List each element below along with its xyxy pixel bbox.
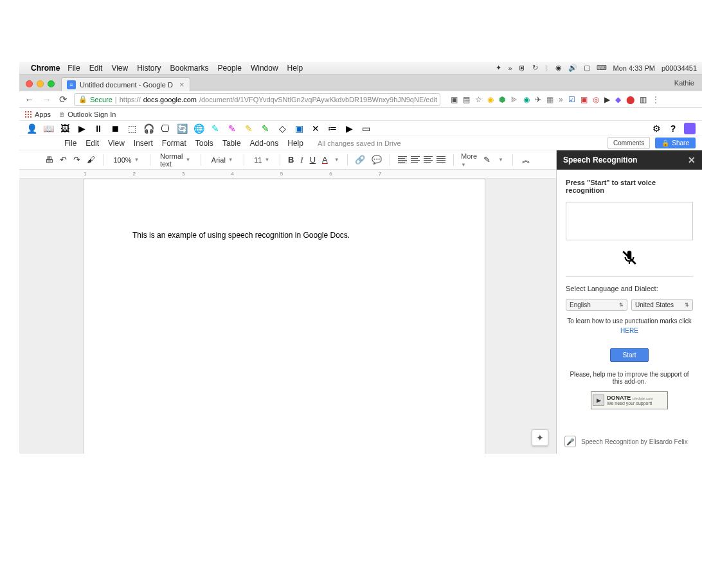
clock[interactable]: Mon 4:33 PM [613, 64, 655, 72]
rw-book-icon[interactable]: 📖 [42, 123, 54, 134]
rw-highlight-green-icon[interactable]: ✎ [260, 123, 271, 134]
fontsize-select[interactable]: 11▼ [251, 155, 272, 165]
align-left-icon[interactable] [398, 156, 407, 164]
comment-icon[interactable]: 💬 [372, 155, 382, 165]
user-id[interactable]: p00034451 [662, 64, 697, 72]
docs-menu-view[interactable]: View [108, 139, 125, 148]
star-icon[interactable]: ☆ [475, 95, 482, 104]
sync-icon[interactable]: ↻ [532, 64, 538, 72]
back-button[interactable]: ← [23, 94, 35, 105]
rw-headphones-icon[interactable]: 🎧 [143, 123, 154, 134]
comments-button[interactable]: Comments [608, 137, 650, 149]
forward-button[interactable]: → [40, 94, 53, 105]
rw-dotted-select-icon[interactable]: ⬚ [126, 123, 138, 134]
help-icon[interactable]: ? [667, 123, 679, 134]
docs-menu-edit[interactable]: Edit [86, 139, 99, 148]
ext-icon[interactable]: ▣ [580, 95, 588, 104]
rw-highlight-magenta-icon[interactable]: ✎ [226, 123, 238, 134]
ext-icon[interactable]: ▶ [604, 95, 610, 104]
gear-icon[interactable]: ⚙ [651, 123, 662, 134]
align-center-icon[interactable] [411, 156, 420, 164]
rw-stop-icon[interactable]: ⏹ [109, 123, 121, 134]
document-body-text[interactable]: This is an example of using speech recog… [132, 231, 437, 240]
editing-mode-icon[interactable]: ✎ [483, 155, 491, 165]
menu-help[interactable]: Help [287, 64, 303, 73]
here-link[interactable]: HERE [566, 327, 693, 334]
rw-shuffle-icon[interactable]: ✕ [310, 123, 321, 134]
rw-refresh-icon[interactable]: 🔄 [176, 123, 188, 134]
ext-icon[interactable]: ▥ [640, 95, 647, 104]
link-icon[interactable]: 🔗 [355, 155, 365, 165]
collapse-icon[interactable]: ︽ [522, 154, 530, 166]
donate-button[interactable]: ▶ DONATE pledgie.com We need your suppor… [591, 391, 668, 409]
share-button[interactable]: 🔒Share [655, 138, 696, 148]
print-icon[interactable]: 🖶 [45, 155, 53, 165]
language-select[interactable]: English⇅ [566, 299, 627, 311]
rw-pause-icon[interactable]: ⏸ [93, 123, 104, 134]
ext-icon[interactable]: ⬤ [626, 95, 634, 104]
ext-icon[interactable]: ⬢ [499, 95, 505, 104]
italic-button[interactable]: I [300, 155, 303, 165]
paint-format-icon[interactable]: 🖌 [87, 155, 95, 165]
rw-translate-icon[interactable]: 🌐 [193, 123, 204, 134]
text-color-button[interactable]: A [322, 155, 328, 165]
document-page[interactable]: This is an example of using speech recog… [84, 179, 485, 454]
undo-icon[interactable]: ↶ [60, 155, 67, 165]
ext-icon[interactable]: ▤ [463, 95, 470, 104]
minimize-window-icon[interactable] [37, 80, 44, 87]
bluetooth-icon[interactable]: ᛒ [544, 64, 549, 72]
ruler[interactable]: 1 2 3 4 5 6 7 [19, 170, 556, 179]
ext-icon[interactable]: ◆ [615, 95, 621, 104]
ext-icon[interactable]: ▦ [546, 95, 554, 104]
rw-image-icon[interactable]: 🖼 [59, 123, 71, 134]
document-canvas[interactable]: This is an example of using speech recog… [19, 179, 556, 454]
docs-menu-insert[interactable]: Insert [134, 139, 153, 148]
docs-menu-addons[interactable]: Add-ons [250, 139, 279, 148]
ext-icon[interactable]: ◎ [593, 95, 599, 104]
close-window-icon[interactable] [26, 80, 33, 87]
explore-button[interactable]: ✦ [532, 429, 548, 446]
volume-icon[interactable]: 🔊 [568, 64, 577, 72]
rw-highlight-yellow-icon[interactable]: ✎ [243, 123, 255, 134]
browser-tab[interactable]: ≡ Untitled document - Google D × [61, 77, 190, 91]
chrome-profile-name[interactable]: Kathie [674, 79, 694, 87]
ext-icon[interactable]: ◉ [523, 95, 530, 104]
docs-menu-tools[interactable]: Tools [195, 139, 213, 148]
panel-close-icon[interactable]: ✕ [688, 155, 696, 165]
rw-erase-icon[interactable]: ◇ [276, 123, 288, 134]
ext-icon[interactable]: ◉ [487, 95, 494, 104]
redo-icon[interactable]: ↷ [73, 155, 80, 165]
rw-video-icon[interactable]: ▶ [343, 123, 355, 134]
style-select[interactable]: Normal text▼ [158, 151, 193, 169]
menu-people[interactable]: People [218, 64, 242, 73]
ext-icon[interactable]: ☑ [568, 95, 575, 104]
rw-badge-icon[interactable] [684, 123, 696, 134]
menu-view[interactable]: View [111, 64, 128, 73]
docs-menu-help[interactable]: Help [287, 139, 303, 148]
start-button[interactable]: Start [610, 348, 648, 362]
maximize-window-icon[interactable] [48, 80, 55, 87]
align-justify-icon[interactable] [437, 156, 446, 164]
bookmark-outlook[interactable]: 🗎 Outlook Sign In [59, 111, 116, 118]
reload-button[interactable]: ⟳ [58, 94, 69, 105]
menu-window[interactable]: Window [251, 64, 278, 73]
tab-close-icon[interactable]: × [179, 80, 184, 89]
address-bar[interactable]: 🔒 Secure | https://docs.google.com/docum… [74, 93, 440, 106]
docs-menu-format[interactable]: Format [162, 139, 186, 148]
docs-menu-file[interactable]: File [64, 139, 76, 148]
dialect-select[interactable]: United States⇅ [631, 299, 693, 311]
wifi-icon[interactable]: ◉ [555, 64, 562, 72]
battery-icon[interactable]: ▢ [584, 64, 590, 72]
transcript-textarea[interactable] [566, 202, 693, 240]
dropbox-icon[interactable]: ✦ [496, 64, 501, 72]
input-icon[interactable]: ⌨ [597, 64, 607, 72]
more-button[interactable]: More ▼ [461, 152, 477, 168]
app-name[interactable]: Chrome [31, 64, 60, 73]
menu-bookmarks[interactable]: Bookmarks [170, 64, 209, 73]
menu-icon[interactable]: ⋮ [652, 95, 660, 104]
ext-icon[interactable]: ✈ [535, 95, 541, 104]
font-select[interactable]: Arial▼ [209, 155, 236, 165]
chevrons-icon[interactable]: » [508, 64, 512, 72]
ext-icon[interactable]: ▣ [451, 95, 458, 104]
window-controls[interactable] [26, 80, 55, 87]
